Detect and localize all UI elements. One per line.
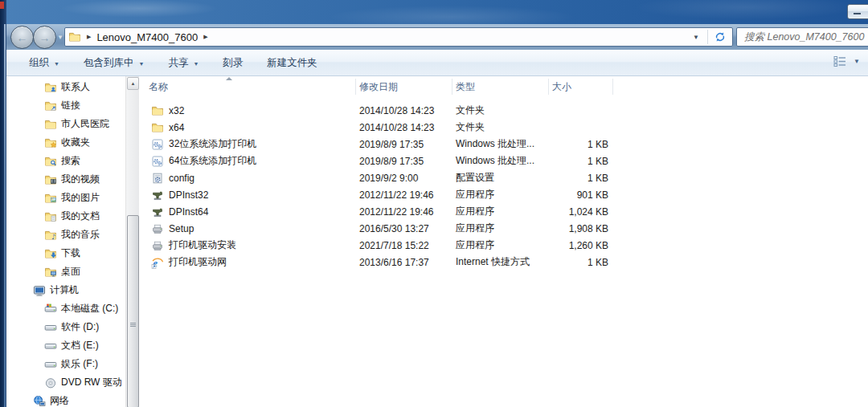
column-header-name[interactable]: 名称 xyxy=(139,79,356,95)
file-size: 1 KB xyxy=(549,156,613,167)
folder-picture-icon xyxy=(44,192,57,205)
recent-pages-dropdown[interactable]: ▼ xyxy=(57,34,63,41)
search-input[interactable]: 搜索 Lenovo_M7400_7600 xyxy=(736,27,868,47)
file-name-cell[interactable]: x64 xyxy=(139,121,356,134)
file-name-cell[interactable]: x32 xyxy=(139,104,356,117)
breadcrumb-arrow-icon[interactable]: ▶ xyxy=(203,34,207,40)
file-date: 2014/10/28 14:23 xyxy=(356,105,452,116)
back-button[interactable]: ← xyxy=(10,26,34,49)
disk-icon xyxy=(44,358,57,371)
file-size: 901 KB xyxy=(549,189,613,201)
sidebar-item[interactable]: 我的图片 xyxy=(6,189,125,207)
column-header-date[interactable]: 修改日期 xyxy=(356,79,452,95)
disk-icon xyxy=(44,321,57,334)
file-rows: x322014/10/28 14:23文件夹x642014/10/28 14:2… xyxy=(139,97,868,271)
sidebar-item[interactable]: 本地磁盘 (C:) xyxy=(6,299,125,318)
toolbar-button[interactable]: 包含到库中▼ xyxy=(84,56,144,70)
breadcrumb-arrow-icon[interactable]: ▶ xyxy=(87,34,91,40)
sidebar-item-label: 市人民医院 xyxy=(61,117,109,131)
sidebar-item-label: DVD RW 驱动 xyxy=(61,376,122,389)
sidebar-item[interactable]: 娱乐 (F:) xyxy=(6,355,125,373)
views-icon xyxy=(833,55,847,67)
views-dropdown-icon[interactable]: ▼ xyxy=(854,58,860,65)
file-type: Internet 快捷方式 xyxy=(452,255,549,269)
sidebar-item[interactable]: 计算机 xyxy=(6,281,125,299)
toolbar-button[interactable]: 新建文件夹 xyxy=(267,56,317,70)
file-name-cell[interactable]: e打印机驱动网 xyxy=(139,255,356,269)
dropdown-caret-icon: ▼ xyxy=(138,59,144,67)
column-header-type[interactable]: 类型 xyxy=(452,79,549,95)
file-name-cell[interactable]: DPInst32 xyxy=(139,189,356,201)
navigation-bar: ← → ▼ ▶ Lenovo_M7400_7600 ▶ ▼ 搜 xyxy=(6,24,868,51)
refresh-button[interactable] xyxy=(711,29,729,45)
config-icon xyxy=(151,172,164,185)
sidebar-item-label: 我的视频 xyxy=(61,173,100,186)
file-type: 应用程序 xyxy=(452,205,549,218)
file-size: 1 KB xyxy=(549,257,613,268)
sidebar-item-label: 链接 xyxy=(61,99,80,112)
table-row[interactable]: 64位系统添加打印机2019/8/9 17:35Windows 批处理...1 … xyxy=(139,153,868,169)
file-name-cell[interactable]: 打印机驱动安装 xyxy=(139,238,356,252)
title-bar[interactable] xyxy=(0,0,868,24)
table-row[interactable]: DPInst322012/11/22 19:46应用程序901 KB xyxy=(139,186,868,203)
file-type: 文件夹 xyxy=(452,104,549,117)
scrollbar-thumb[interactable] xyxy=(127,215,139,407)
address-bar[interactable]: ▶ Lenovo_M7400_7600 ▶ ▼ xyxy=(64,27,733,47)
sidebar-item-label: 我的文档 xyxy=(61,210,100,223)
ie-icon: e xyxy=(151,256,164,269)
column-header-size[interactable]: 大小 xyxy=(549,79,613,95)
file-date: 2019/9/2 9:00 xyxy=(356,173,452,184)
sidebar-item[interactable]: 文档 (E:) xyxy=(6,336,125,355)
scroll-up-button[interactable]: ▲ xyxy=(127,77,139,90)
sidebar-item[interactable]: 收藏夹 xyxy=(6,133,125,152)
sidebar-scrollbar[interactable]: ▲ xyxy=(125,76,139,407)
sidebar-item[interactable]: 软件 (D:) xyxy=(6,318,125,336)
minimize-icon xyxy=(854,13,861,14)
file-size: 1,260 KB xyxy=(549,240,613,251)
sidebar-item-label: 软件 (D:) xyxy=(61,320,99,334)
sidebar-item[interactable]: 搜索 xyxy=(6,152,125,170)
toolbar-button[interactable]: 组织▼ xyxy=(29,56,59,70)
table-row[interactable]: Setup2016/5/30 13:27应用程序1,908 KB xyxy=(139,220,868,237)
table-row[interactable]: 打印机驱动安装2021/7/18 15:22应用程序1,260 KB xyxy=(139,237,868,254)
file-name-cell[interactable]: 32位系统添加打印机 xyxy=(139,137,356,151)
table-row[interactable]: x322014/10/28 14:23文件夹 xyxy=(139,102,868,119)
dropdown-caret-icon: ▼ xyxy=(193,59,199,67)
file-name-cell[interactable]: config xyxy=(139,172,356,185)
file-name-cell[interactable]: DPInst64 xyxy=(139,206,356,218)
file-type: Windows 批处理... xyxy=(452,137,549,151)
dpinst-icon xyxy=(151,189,164,201)
file-name-cell[interactable]: 64位系统添加打印机 xyxy=(139,154,356,168)
sidebar-item[interactable]: 我的文档 xyxy=(6,207,125,226)
toolbar-button-label: 新建文件夹 xyxy=(267,56,317,70)
table-row[interactable]: e打印机驱动网2013/6/16 17:37Internet 快捷方式1 KB xyxy=(139,254,868,271)
sidebar-item[interactable]: 下载 xyxy=(6,244,125,263)
toolbar-button[interactable]: 共享▼ xyxy=(168,56,199,70)
file-type: 应用程序 xyxy=(452,188,549,201)
sidebar-item[interactable]: 联系人 xyxy=(6,78,125,96)
folder-download-icon xyxy=(44,247,57,260)
breadcrumb[interactable]: Lenovo_M7400_7600 xyxy=(96,31,198,43)
toolbar-button[interactable]: 刻录 xyxy=(223,56,243,70)
table-row[interactable]: config2019/9/2 9:00配置设置1 KB xyxy=(139,169,868,186)
sidebar-item[interactable]: 市人民医院 xyxy=(6,115,125,133)
file-name: Setup xyxy=(169,223,194,234)
navigation-pane: 联系人链接市人民医院收藏夹搜索我的视频我的图片我的文档♪我的音乐下载桌面计算机本… xyxy=(6,76,125,407)
scroll-up-icon: ▲ xyxy=(131,81,136,86)
table-row[interactable]: x642014/10/28 14:23文件夹 xyxy=(139,119,868,136)
dvd-icon xyxy=(44,376,57,389)
sidebar-item[interactable]: 链接 xyxy=(6,96,125,115)
table-row[interactable]: DPInst642012/11/22 19:46应用程序1,024 KB xyxy=(139,203,868,220)
sidebar-item[interactable]: 我的视频 xyxy=(6,170,125,189)
toolbar-button-label: 组织 xyxy=(29,56,49,70)
sidebar-item[interactable]: ♪我的音乐 xyxy=(6,226,125,244)
sidebar-item[interactable]: DVD RW 驱动 xyxy=(6,373,125,392)
file-name-cell[interactable]: Setup xyxy=(139,222,356,235)
forward-button[interactable]: → xyxy=(33,26,56,49)
sidebar-item[interactable]: 桌面 xyxy=(6,263,125,281)
table-row[interactable]: 32位系统添加打印机2019/8/9 17:35Windows 批处理...1 … xyxy=(139,136,868,153)
sidebar-item[interactable]: 网络 xyxy=(6,392,125,407)
change-view-button[interactable]: ▼ xyxy=(833,55,860,67)
address-dropdown-icon[interactable]: ▼ xyxy=(693,34,699,41)
minimize-button[interactable] xyxy=(847,4,868,19)
